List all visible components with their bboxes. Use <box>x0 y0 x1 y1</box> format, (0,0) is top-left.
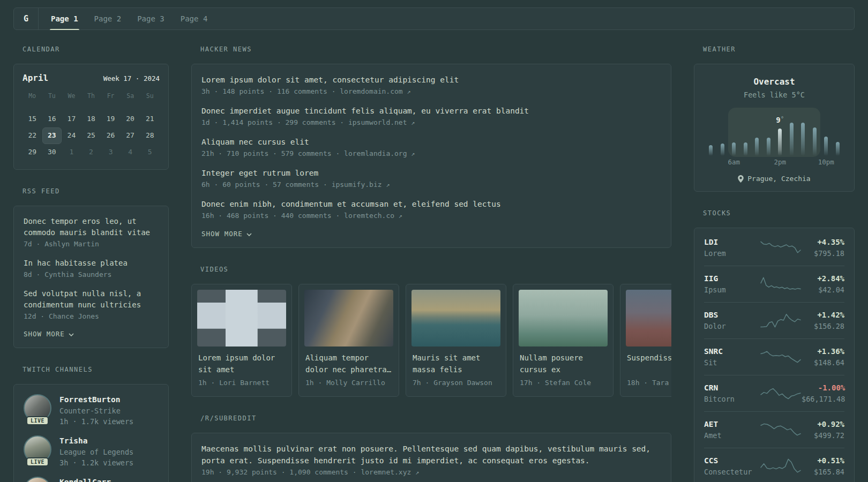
twitch-channel-row[interactable]: LIVE KendallCarr <box>24 477 159 482</box>
hackernews-item-meta: 1d · 1,414 points · 299 comments · ipsum… <box>201 117 661 129</box>
subreddit-widget: Maecenas mollis pulvinar erat non posuer… <box>191 433 671 482</box>
twitch-channel-row[interactable]: LIVE ForrestBurton Counter-Strike 1h · 1… <box>24 394 159 427</box>
stock-row[interactable]: AET Amet +0.92% $499.72 <box>704 412 844 448</box>
weather-hour-bar: 9° <box>774 108 786 156</box>
calendar-day: 23 <box>42 127 62 144</box>
stock-ticker: AET <box>704 419 760 430</box>
twitch-channel-meta: 3h · 1.2k viewers <box>59 457 133 468</box>
video-card[interactable]: Aliquam tempor dolor nec pharetra… 1h · … <box>298 284 399 397</box>
twitch-avatar-wrap: LIVE <box>24 394 51 425</box>
page-tab[interactable]: Page 2 <box>86 8 130 29</box>
app-logo[interactable]: G <box>14 8 39 29</box>
video-thumbnail[interactable] <box>197 290 286 347</box>
subreddit-post-domain-link[interactable]: loremnet.xyz <box>361 468 411 476</box>
hackernews-item-domain-link[interactable]: loremtech.co <box>344 212 394 220</box>
stock-identity: LDI Lorem <box>704 237 760 259</box>
calendar-day: 27 <box>121 127 140 144</box>
hackernews-item-domain-link[interactable]: loremlandia.org <box>344 149 407 157</box>
hackernews-item-domain-link[interactable]: ipsumworld.net <box>348 118 407 126</box>
calendar-weekday-label: Sa <box>121 91 140 103</box>
video-title: Lorem ipsum dolor sit amet consectetu… <box>197 352 286 375</box>
page-tab[interactable]: Page 3 <box>129 8 173 29</box>
video-card[interactable]: Nullam posuere cursus ex 17h · Stefan Co… <box>513 284 613 397</box>
rss-item-title[interactable]: Sed volutpat nulla nisl, a condimentum n… <box>24 288 159 311</box>
subreddit-post-stats: 19h · 9,932 points · 1,090 comments · <box>201 468 361 476</box>
stock-row[interactable]: LDI Lorem +4.35% $795.18 <box>704 230 844 266</box>
stock-name: Ipsum <box>704 284 760 295</box>
stock-row[interactable]: SNRC Sit +1.36% $148.64 <box>704 339 844 375</box>
stock-row[interactable]: IIG Ipsum +2.84% $42.04 <box>704 266 844 303</box>
stock-name: Bitcorn <box>704 394 760 404</box>
video-thumbnail[interactable] <box>411 290 500 347</box>
video-thumbnail[interactable] <box>519 290 608 347</box>
stock-change: +0.92% <box>802 419 844 430</box>
stock-ticker: SNRC <box>704 346 760 357</box>
rss-show-more-button[interactable]: SHOW MORE <box>24 330 159 338</box>
stock-row[interactable]: DBS Dolor +1.42% $156.28 <box>704 303 844 339</box>
stock-row[interactable]: CCS Consectetur +0.51% $165.84 <box>704 448 844 482</box>
hackernews-item-stats: 1d · 1,414 points · 299 comments · <box>201 118 348 126</box>
stock-row[interactable]: CRN Bitcorn -1.00% $66,171.48 <box>704 375 844 412</box>
calendar-weekday-label: Mo <box>23 91 42 103</box>
hackernews-item-title[interactable]: Donec enim nibh, condimentum et accumsan… <box>201 198 661 210</box>
hackernews-item: Donec enim nibh, condimentum et accumsan… <box>201 198 661 222</box>
hackernews-section-label: HACKER NEWS <box>200 46 671 53</box>
weather-section: WEATHER Overcast Feels like 5°C 9° 6am2p… <box>694 46 855 192</box>
page-tab[interactable]: Page 1 <box>43 8 86 29</box>
rss-item-title[interactable]: Donec tempor eros leo, ut commodo mauris… <box>24 216 159 238</box>
video-meta: 1h · Lori Barnett <box>197 379 286 387</box>
video-card[interactable]: Mauris sit amet massa felis 7h · Grayson… <box>406 284 506 397</box>
hackernews-item-stats: 3h · 148 points · 116 comments · <box>201 87 340 95</box>
hackernews-item-title[interactable]: Donec imperdiet augue tincidunt felis al… <box>201 105 661 117</box>
stock-identity: CCS Consectetur <box>704 455 760 477</box>
twitch-avatar-wrap: LIVE <box>24 435 51 466</box>
stock-price: $156.28 <box>802 321 844 332</box>
rss-item-meta: 8d · Cynthia Saunders <box>24 269 159 280</box>
rss-item-title[interactable]: In hac habitasse platea <box>24 258 159 269</box>
chevron-down-icon <box>69 333 74 336</box>
twitch-channel-row[interactable]: LIVE Trisha League of Legends 3h · 1.2k … <box>24 435 159 468</box>
dashboard-columns: CALENDAR April Week 17 · 2024 MoTuWeThFr… <box>13 30 855 482</box>
hackernews-item-title[interactable]: Aliquam nec cursus elit <box>201 136 661 148</box>
calendar-widget: April Week 17 · 2024 MoTuWeThFrSaSu 1516… <box>13 64 169 170</box>
rss-section-label: RSS FEED <box>23 187 169 195</box>
stock-change: +0.51% <box>802 455 844 466</box>
hackernews-show-more-button[interactable]: SHOW MORE <box>201 230 661 238</box>
stock-ticker: CRN <box>704 382 760 394</box>
stock-identity: IIG Ipsum <box>704 273 760 295</box>
twitch-channel-info: ForrestBurton Counter-Strike 1h · 1.7k v… <box>59 394 133 427</box>
stock-price: $66,171.48 <box>802 394 845 404</box>
twitch-channel-info: Trisha League of Legends 3h · 1.2k viewe… <box>59 435 133 468</box>
hackernews-item-title[interactable]: Integer eget rutrum lorem <box>201 167 661 179</box>
subreddit-post-title[interactable]: Maecenas mollis pulvinar erat non posuer… <box>201 443 661 466</box>
stock-values: +1.42% $156.28 <box>802 310 844 332</box>
weather-hour-bar <box>820 108 832 156</box>
chevron-down-icon <box>246 233 252 236</box>
stock-identity: CRN Bitcorn <box>704 382 760 404</box>
twitch-channel-meta: 1h · 1.7k viewers <box>59 416 133 427</box>
hackernews-widget: Lorem ipsum dolor sit amet, consectetur … <box>191 64 671 248</box>
page-tab[interactable]: Page 4 <box>173 8 216 29</box>
video-meta: 7h · Grayson Dawson <box>411 379 500 387</box>
video-meta: 17h · Stefan Cole <box>519 379 608 387</box>
videos-section-label: VIDEOS <box>200 266 671 273</box>
weather-current-temp: 9° <box>776 115 784 124</box>
video-card[interactable]: Suspendisse diam 18h · Tara <box>620 284 671 397</box>
subreddit-section: /R/SUBREDDIT Maecenas mollis pulvinar er… <box>191 415 671 482</box>
hackernews-item-domain-link[interactable]: ipsumify.biz <box>332 180 382 189</box>
page-tabs: Page 1Page 2Page 3Page 4 <box>39 8 215 29</box>
video-card[interactable]: Lorem ipsum dolor sit amet consectetu… 1… <box>191 284 292 397</box>
calendar-day: 26 <box>101 127 121 144</box>
hackernews-item-stats: 21h · 710 points · 579 comments · <box>201 149 344 157</box>
rss-widget: Donec tempor eros leo, ut commodo mauris… <box>13 206 169 348</box>
hackernews-item-domain-link[interactable]: loremdomain.com <box>340 87 402 95</box>
external-link-icon: ↗ <box>415 469 419 476</box>
weather-hour-bar <box>786 108 798 156</box>
video-thumbnail[interactable] <box>304 290 393 347</box>
weather-hour-bar <box>717 108 729 156</box>
video-thumbnail[interactable] <box>626 290 671 347</box>
live-badge: LIVE <box>26 457 49 466</box>
stock-ticker: LDI <box>704 237 760 248</box>
rss-show-more-label: SHOW MORE <box>24 330 65 338</box>
hackernews-item-title[interactable]: Lorem ipsum dolor sit amet, consectetur … <box>201 74 661 86</box>
